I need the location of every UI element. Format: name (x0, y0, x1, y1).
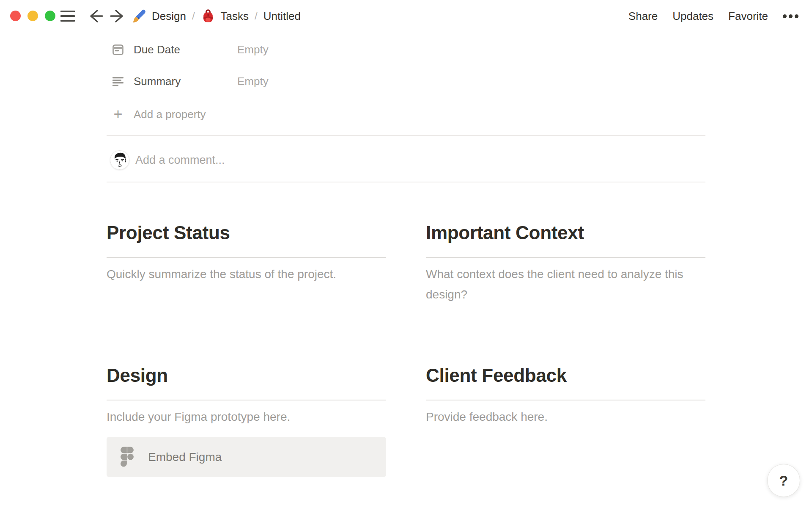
property-row-summary[interactable]: Summary Empty (107, 73, 529, 90)
breadcrumb-label: Untitled (263, 10, 301, 23)
topbar-actions: Share Updates Favorite (628, 0, 798, 32)
section-project-status: Project Status Quickly summarize the sta… (107, 222, 386, 284)
section-divider (426, 257, 705, 258)
more-options-icon[interactable] (783, 0, 798, 32)
share-button[interactable]: Share (628, 10, 658, 23)
paintbrush-icon (132, 9, 146, 23)
notion-window: Design / Tasks / Untitled Share Updates (0, 0, 812, 508)
section-body-placeholder[interactable]: Provide feedback here. (426, 407, 705, 427)
text-summary-icon (112, 75, 124, 88)
title-bar: Design / Tasks / Untitled Share Updates (0, 0, 812, 32)
macos-traffic-lights (10, 11, 55, 21)
question-mark-glyph: ? (779, 472, 788, 489)
section-body-placeholder[interactable]: Quickly summarize the status of the proj… (107, 264, 386, 284)
figma-logo-icon (120, 446, 134, 468)
breadcrumb-item-untitled[interactable]: Untitled (263, 10, 301, 23)
embed-figma-button[interactable]: Embed Figma (107, 437, 386, 477)
add-comment-row[interactable]: Add a comment... (107, 147, 225, 173)
breadcrumb-label: Design (152, 10, 186, 23)
minimize-window-button[interactable] (27, 11, 38, 21)
section-client-feedback: Client Feedback Provide feedback here. (426, 364, 705, 427)
section-body-placeholder[interactable]: What context does the client need to ana… (426, 264, 705, 305)
section-important-context: Important Context What context does the … (426, 222, 705, 305)
backpack-icon (201, 9, 215, 23)
embed-figma-label: Embed Figma (148, 450, 222, 464)
section-title[interactable]: Design (107, 364, 386, 387)
back-arrow-icon[interactable] (87, 8, 104, 24)
property-row-due-date[interactable]: Due Date Empty (107, 41, 529, 58)
comment-placeholder: Add a comment... (135, 154, 225, 167)
section-divider (426, 400, 705, 400)
add-property-button[interactable]: + Add a property (107, 106, 206, 123)
breadcrumb-separator: / (192, 10, 195, 22)
property-value[interactable]: Empty (237, 43, 269, 56)
close-window-button[interactable] (10, 11, 21, 21)
breadcrumb-item-tasks[interactable]: Tasks (201, 9, 249, 23)
section-title[interactable]: Project Status (107, 222, 386, 244)
updates-button[interactable]: Updates (672, 10, 713, 23)
section-title[interactable]: Important Context (426, 222, 705, 244)
divider (107, 182, 705, 182)
divider (107, 135, 705, 136)
favorite-button[interactable]: Favorite (728, 10, 768, 23)
forward-arrow-icon[interactable] (109, 8, 126, 24)
help-button[interactable]: ? (767, 464, 800, 497)
section-title[interactable]: Client Feedback (426, 364, 705, 387)
user-avatar (110, 150, 129, 170)
sidebar-menu-icon[interactable] (60, 11, 75, 22)
breadcrumb-label: Tasks (221, 10, 249, 23)
property-label: Summary (134, 75, 237, 88)
breadcrumb-item-design[interactable]: Design (132, 9, 186, 23)
add-property-label: Add a property (134, 108, 206, 121)
zoom-window-button[interactable] (45, 11, 55, 21)
calendar-icon (112, 43, 124, 56)
section-divider (107, 400, 386, 400)
property-label: Due Date (134, 43, 237, 56)
property-value[interactable]: Empty (237, 75, 269, 88)
section-design: Design Include your Figma prototype here… (107, 364, 386, 427)
section-divider (107, 257, 386, 258)
breadcrumb-separator: / (255, 10, 258, 22)
section-body-placeholder[interactable]: Include your Figma prototype here. (107, 407, 386, 427)
breadcrumb: Design / Tasks / Untitled (132, 0, 301, 32)
plus-icon: + (112, 108, 124, 121)
